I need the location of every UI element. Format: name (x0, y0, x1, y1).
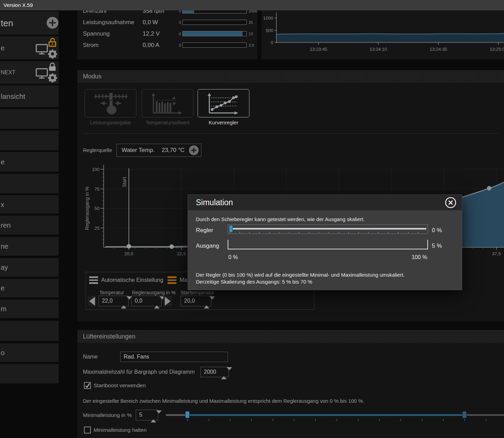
sidebar-item-label: e (1, 158, 4, 166)
close-icon[interactable] (445, 197, 456, 208)
bar-min-label: 0 (176, 32, 181, 36)
unlock-icon[interactable] (48, 37, 57, 47)
dialog-footer-line1: Der Regler (0 bis 100 %) wird auf die ei… (196, 272, 405, 278)
sidebar-item-device-1[interactable]: e (0, 36, 59, 59)
sensor-label: Strom (83, 42, 98, 49)
slider-groove[interactable] (229, 228, 426, 230)
mode-button-temperatursollwert[interactable] (142, 89, 193, 117)
sidebar-item[interactable]: e (0, 152, 59, 172)
x-tick-time: 13:25:00 (485, 47, 504, 52)
bar-min-label: 0 (176, 20, 181, 25)
reglerquelle-source: Water Temp. (122, 144, 154, 156)
scale-min-label: 0 % (228, 254, 238, 260)
y-tick-0: 0 (261, 40, 273, 45)
startboost-checkbox[interactable] (84, 382, 91, 389)
gear-icon[interactable] (47, 49, 58, 59)
field-label-starttemperatur: Starttemperatur (181, 290, 214, 295)
sidebar-item-label: e (1, 284, 4, 292)
reglerausgang-spinner[interactable]: 0,0 (131, 296, 162, 306)
mode-button-kurvenregler[interactable] (198, 89, 249, 117)
sidebar-item-label: NEXT (1, 69, 16, 76)
fan-name-input[interactable]: Rad. Fans (120, 352, 228, 362)
add-view-icon[interactable] (47, 17, 58, 29)
regler-slider-thumb[interactable] (229, 225, 233, 232)
dialog-titlebar[interactable]: Simulation (188, 195, 462, 210)
prev-point-button[interactable] (88, 296, 96, 306)
curve-point[interactable] (487, 186, 492, 191)
sidebar-item[interactable] (0, 321, 59, 341)
auto-menu-icon[interactable] (89, 276, 98, 284)
sidebar-item[interactable] (0, 174, 59, 193)
spinner-arrows-icon[interactable] (204, 298, 209, 305)
slider-track-left[interactable] (166, 414, 187, 416)
version-label: Version X.59 (3, 2, 33, 8)
sidebar-header: ten (0, 11, 59, 35)
slider-track-right[interactable] (463, 414, 504, 416)
starttemperatur-spinner[interactable]: 20,0 (181, 296, 211, 306)
sidebar-item-label: lansicht (1, 92, 25, 101)
power-slider-hand-icon (90, 92, 132, 116)
sidebar-item-label: x (1, 200, 4, 208)
window-titlebar[interactable]: Version X.59 (0, 0, 504, 10)
auto-settings-label[interactable]: Automatische Einstellung (101, 276, 163, 285)
reglerquelle-value: 23,70 °C (162, 144, 184, 156)
min-power-spinner[interactable]: 5 (136, 410, 158, 420)
ausgang-gauge (228, 240, 428, 249)
sidebar-item[interactable]: ren (0, 216, 59, 235)
sidebar-item[interactable]: o (0, 343, 59, 362)
regler-slider[interactable] (228, 225, 428, 234)
sidebar-item[interactable] (0, 109, 59, 129)
sidebar-item[interactable]: m (0, 299, 59, 318)
sidebar-item-label: ren (1, 221, 11, 229)
curve-point[interactable] (170, 245, 174, 249)
bar-max-label: 25 (249, 20, 253, 25)
next-point-button[interactable] (163, 296, 172, 306)
sidebar-item[interactable]: ay (0, 258, 59, 277)
monitor-icon[interactable] (35, 68, 48, 79)
temperatur-value: 22,0 (102, 298, 113, 304)
spinner-arrows-icon[interactable] (151, 412, 156, 419)
min-power-value: 5 (139, 412, 142, 418)
curve-controller-icon (203, 92, 245, 116)
manual-menu-icon[interactable] (168, 276, 177, 284)
min-power-hold-label: Minimalleistung halten (94, 427, 146, 434)
add-source-icon[interactable] (189, 145, 199, 155)
gear-icon[interactable] (47, 73, 58, 83)
dialog-title: Simulation (196, 195, 233, 210)
sensor-value: 12,2 V (143, 30, 160, 37)
monitor-icon[interactable] (35, 44, 48, 55)
starttemperatur-value: 20,0 (184, 298, 195, 304)
sidebar-item-label: e (1, 44, 4, 52)
sidebar-item[interactable]: ne (0, 237, 59, 256)
spinner-arrows-icon[interactable] (221, 369, 227, 375)
x-tick-time: 13:24:10 (364, 47, 392, 52)
max-rpm-spinner[interactable]: 2000 (200, 367, 229, 377)
curve-x-tick: 20,0 (120, 251, 137, 256)
sidebar-item-view[interactable]: lansicht (0, 85, 59, 107)
slider-tick-marks (187, 419, 504, 421)
sensor-bargraph (182, 20, 247, 25)
mode-label-leistungsvorgabe: Leistungsvorgabe (85, 120, 136, 125)
modus-section-title: Modus (83, 70, 102, 83)
min-power-hold-checkbox[interactable] (84, 427, 91, 434)
name-label: Name (83, 352, 98, 362)
spinner-arrows-icon[interactable] (121, 298, 126, 305)
dialog-footer-line2: Derzeitige Skalierung des Ausgangs: 5 % … (196, 279, 312, 285)
temperatur-spinner[interactable]: 22,0 (98, 296, 129, 306)
sidebar-item-device-next[interactable]: NEXT (0, 61, 59, 84)
power-range-slider[interactable] (166, 410, 504, 421)
sidebar-item[interactable]: x (0, 195, 59, 213)
max-power-thumb[interactable] (462, 411, 467, 418)
max-rpm-label: Maximaldrehzahl für Bargraph und Diagram… (83, 367, 195, 377)
sidebar-item[interactable]: e (0, 279, 59, 297)
sidebar-item[interactable] (0, 131, 59, 150)
mode-button-leistungsvorgabe[interactable] (85, 89, 136, 117)
sidebar-item[interactable] (0, 364, 59, 383)
range-info-text: Der eingestellte Bereich zwischen Minima… (83, 398, 497, 404)
lock-icon[interactable] (48, 62, 57, 72)
curve-point[interactable] (127, 244, 131, 249)
min-power-thumb[interactable] (185, 411, 190, 418)
reglerquelle-selector[interactable]: Water Temp. 23,70 °C (116, 144, 201, 157)
slider-track-active[interactable] (187, 414, 463, 416)
spinner-arrows-icon[interactable] (154, 298, 160, 305)
